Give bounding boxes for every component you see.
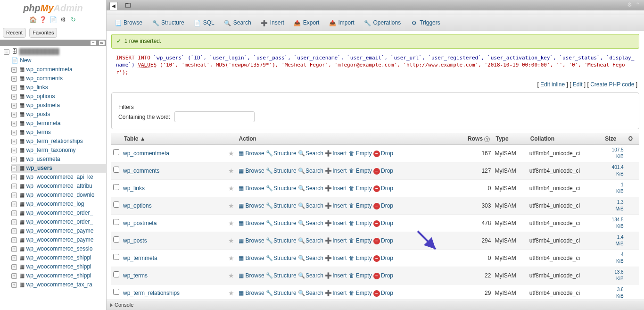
table-name-link[interactable]: wp_options — [123, 202, 152, 209]
favorite-star-icon[interactable]: ★ — [228, 202, 234, 209]
structure-action[interactable]: 🔧Structure — [266, 237, 297, 244]
browse-action[interactable]: ▦Browse — [238, 237, 264, 244]
table-name-link[interactable]: wp_commentmeta — [123, 150, 169, 157]
collapse-icon[interactable]: − — [90, 40, 97, 46]
tree-table-link[interactable]: wp_term_taxonomy — [26, 147, 76, 153]
empty-action[interactable]: 🗑Empty — [348, 255, 372, 261]
reload-icon[interactable]: ↻ — [69, 16, 77, 23]
insert-action[interactable]: ➕Insert — [325, 220, 347, 226]
browse-action[interactable]: ▦Browse — [238, 220, 264, 226]
expand-node[interactable]: + — [11, 282, 17, 288]
browse-action[interactable]: ▦Browse — [238, 272, 264, 279]
nav-back-button[interactable]: ◀ — [109, 2, 118, 10]
row-checkbox[interactable] — [113, 201, 119, 208]
tree-table-link[interactable]: wp_termmeta — [26, 120, 61, 126]
docs-icon[interactable]: 📄 — [50, 16, 57, 23]
insert-action[interactable]: ➕Insert — [325, 237, 347, 244]
search-action[interactable]: 🔍Search — [298, 290, 323, 296]
favorite-star-icon[interactable]: ★ — [228, 254, 234, 262]
tree-table-link[interactable]: wp_users — [26, 165, 52, 171]
table-name-link[interactable]: wp_links — [123, 185, 145, 192]
row-checkbox[interactable] — [113, 149, 119, 155]
search-action[interactable]: 🔍Search — [298, 220, 323, 226]
tree-table-link[interactable]: wp_comments — [26, 75, 63, 82]
insert-action[interactable]: ➕Insert — [325, 272, 347, 279]
drop-action[interactable]: −Drop — [373, 237, 393, 244]
insert-action[interactable]: ➕Insert — [325, 255, 347, 261]
tree-table-link[interactable]: wp_commentmeta — [26, 66, 73, 73]
search-action[interactable]: 🔍Search — [298, 202, 323, 209]
empty-action[interactable]: 🗑Empty — [348, 220, 372, 226]
structure-action[interactable]: 🔧Structure — [266, 220, 297, 226]
tree-table-link[interactable]: wp_woocommerce_tax_ra — [26, 281, 92, 288]
tab-insert[interactable]: ➕Insert — [257, 17, 288, 29]
tree-table-link[interactable]: wp_links — [26, 84, 48, 91]
tree-table-link[interactable]: wp_woocommerce_shippi — [26, 254, 91, 261]
drop-action[interactable]: −Drop — [373, 272, 393, 279]
expand-node[interactable]: + — [11, 184, 17, 189]
expand-node[interactable]: + — [11, 228, 17, 234]
tree-table-link[interactable]: wp_woocommerce_order_ — [26, 218, 93, 225]
row-checkbox[interactable] — [113, 219, 119, 225]
drop-action[interactable]: −Drop — [373, 150, 393, 157]
search-action[interactable]: 🔍Search — [298, 272, 323, 279]
structure-action[interactable]: 🔧Structure — [266, 168, 297, 174]
expand-node[interactable]: + — [11, 219, 17, 225]
favorite-star-icon[interactable]: ★ — [228, 289, 234, 297]
expand-node[interactable]: + — [11, 103, 17, 109]
tab-browse[interactable]: 📃Browse — [110, 17, 146, 29]
expand-node[interactable]: + — [11, 193, 17, 198]
insert-action[interactable]: ➕Insert — [325, 290, 347, 296]
settings-icon[interactable]: ⚙ — [59, 16, 67, 23]
expand-node[interactable]: + — [11, 273, 17, 279]
search-action[interactable]: 🔍Search — [298, 168, 323, 174]
expand-node[interactable]: + — [11, 255, 17, 261]
expand-node[interactable]: + — [11, 175, 17, 180]
favorite-star-icon[interactable]: ★ — [228, 167, 234, 175]
expand-node[interactable]: + — [11, 210, 17, 216]
browse-action[interactable]: ▦Browse — [238, 168, 264, 174]
browse-action[interactable]: ▦Browse — [238, 185, 264, 192]
tree-table-link[interactable]: wp_woocommerce_order_ — [26, 209, 93, 216]
empty-action[interactable]: 🗑Empty — [348, 272, 372, 279]
link-icon[interactable]: ∞ — [99, 40, 105, 46]
row-checkbox[interactable] — [113, 289, 119, 295]
row-checkbox[interactable] — [113, 184, 119, 190]
favorite-star-icon[interactable]: ★ — [228, 184, 234, 192]
drop-action[interactable]: −Drop — [373, 290, 393, 296]
gear-icon[interactable]: ⚙ — [627, 1, 632, 8]
empty-action[interactable]: 🗑Empty — [348, 290, 372, 296]
structure-action[interactable]: 🔧Structure — [266, 150, 297, 157]
console-toggle[interactable]: Console — [107, 300, 644, 310]
tab-search[interactable]: 🔍Search — [220, 17, 255, 29]
create-php-link[interactable]: Create PHP code — [590, 81, 634, 88]
insert-action[interactable]: ➕Insert — [325, 150, 347, 157]
collapse-top-icon[interactable]: ⌃ — [636, 1, 640, 8]
expand-node[interactable]: + — [11, 76, 17, 82]
tree-table-link[interactable]: wp_woocommerce_shippi — [26, 272, 91, 279]
new-table-link[interactable]: New — [20, 57, 31, 64]
insert-action[interactable]: ➕Insert — [325, 202, 347, 209]
empty-action[interactable]: 🗑Empty — [348, 185, 372, 192]
drop-action[interactable]: −Drop — [373, 168, 393, 174]
help-icon[interactable]: ? — [484, 136, 490, 142]
table-name-link[interactable]: wp_terms — [123, 272, 148, 279]
tree-table-link[interactable]: wp_woocommerce_payme — [26, 236, 94, 243]
expand-node[interactable]: + — [11, 157, 17, 162]
row-checkbox[interactable] — [113, 254, 119, 260]
insert-action[interactable]: ➕Insert — [325, 185, 347, 192]
row-checkbox[interactable] — [113, 167, 119, 173]
tree-table-link[interactable]: wp_woocommerce_api_ke — [26, 174, 93, 180]
tree-table-link[interactable]: wp_term_relationships — [26, 138, 83, 144]
expand-node[interactable]: + — [11, 112, 17, 117]
expand-node[interactable]: + — [11, 121, 17, 126]
browse-action[interactable]: ▦Browse — [238, 150, 264, 157]
tab-operations[interactable]: 🔧Operations — [360, 17, 405, 29]
favorite-star-icon[interactable]: ★ — [228, 272, 234, 279]
browse-action[interactable]: ▦Browse — [238, 202, 264, 209]
tab-sql[interactable]: 📄SQL — [190, 17, 218, 29]
expand-node[interactable]: + — [11, 201, 17, 207]
tree-table-link[interactable]: wp_woocommerce_downlo — [26, 192, 95, 198]
insert-action[interactable]: ➕Insert — [325, 168, 347, 174]
favorite-star-icon[interactable]: ★ — [228, 219, 234, 227]
